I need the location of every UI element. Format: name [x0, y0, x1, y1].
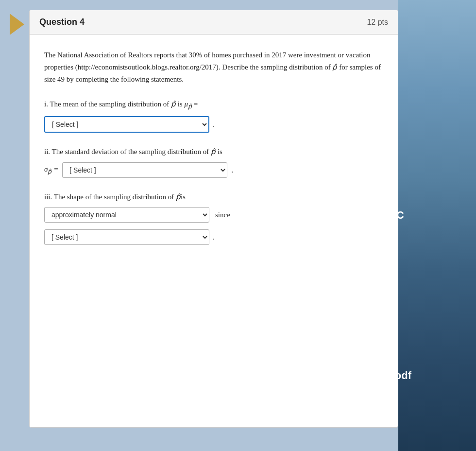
select-row-i: [ Select ] 0.30 0.49 0.70 .: [44, 116, 383, 133]
question-card: Question 4 12 pts The National Associati…: [29, 10, 398, 428]
sub-question-ii: ii. The standard deviation of the sampli…: [44, 146, 383, 178]
select-row-iii: [ Select ] np ≥ 10 and n(1-p) ≥ 10 n ≥ 3…: [44, 229, 383, 245]
sub-ii-label: ii. The standard deviation of the sampli…: [44, 146, 383, 157]
period-i: .: [212, 118, 214, 131]
select-since[interactable]: [ Select ] np ≥ 10 and n(1-p) ≥ 10 n ≥ 3…: [44, 229, 209, 245]
page-wrapper: IC odf Question 4 12 pts The National As…: [0, 0, 476, 451]
sub-iii-label: iii. The shape of the sampling distribut…: [44, 191, 383, 203]
phat-subscript-ii: p̂: [48, 168, 51, 175]
background-panel: [398, 0, 476, 451]
bookmark-arrow: [10, 14, 24, 35]
sub-question-i: i. The mean of the sampling distribution…: [44, 99, 383, 133]
question-points: 12 pts: [367, 18, 388, 27]
select-stddev[interactable]: [ Select ] 0.0655 0.0300 0.4900: [62, 162, 227, 178]
sigma-label: σp̂ =: [44, 163, 58, 176]
shape-row: approximately normal skewed left skewed …: [44, 207, 383, 223]
select-mean[interactable]: [ Select ] 0.30 0.49 0.70: [44, 116, 209, 133]
sub-question-iii: iii. The shape of the sampling distribut…: [44, 191, 383, 245]
phat-symbol-i: p̂: [171, 100, 176, 108]
side-label-ic: IC: [393, 209, 404, 222]
intro-text: The National Association of Realtors rep…: [44, 49, 383, 85]
phat-symbol-iii: p̂: [176, 193, 181, 201]
side-label-odf: odf: [395, 369, 411, 382]
question-title: Question 4: [39, 17, 85, 27]
phat-symbol-intro: p̂: [332, 63, 337, 71]
select-with-label-ii: σp̂ = [ Select ] 0.0655 0.0300 0.4900 .: [44, 162, 383, 178]
main-content: Question 4 12 pts The National Associati…: [0, 0, 408, 451]
question-header: Question 4 12 pts: [30, 10, 398, 35]
period-iii: .: [212, 231, 214, 243]
period-ii: .: [231, 164, 233, 176]
sub-i-label: i. The mean of the sampling distribution…: [44, 99, 383, 111]
question-body: The National Association of Realtors rep…: [30, 35, 398, 278]
phat-subscript-i: p̂: [188, 103, 192, 110]
since-text: since: [215, 209, 230, 221]
mu-symbol: μp̂: [184, 100, 192, 108]
select-shape[interactable]: approximately normal skewed left skewed …: [44, 207, 209, 223]
phat-symbol-ii: p̂: [211, 148, 216, 156]
